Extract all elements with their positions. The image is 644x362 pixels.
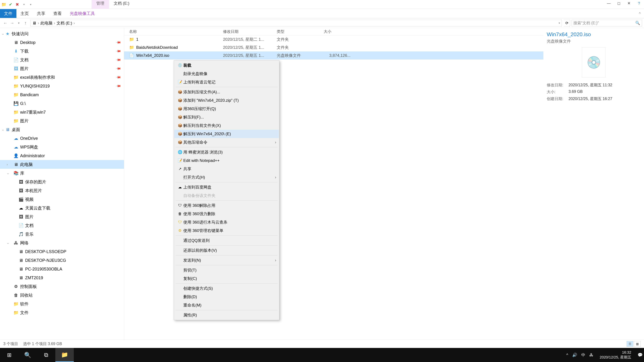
nav-recent-icon[interactable]: ▾ xyxy=(16,20,22,26)
tray-network-icon[interactable]: 🖧 xyxy=(589,353,593,357)
tree-item[interactable]: ⌄📚库 xyxy=(0,169,124,177)
tree-item[interactable]: 📄文档📌 xyxy=(0,55,124,64)
taskbar-clock[interactable]: 16:32 2020/12/25, 星期五 xyxy=(598,350,634,360)
menu-item[interactable]: 删除(D) xyxy=(174,293,279,301)
breadcrumb[interactable]: 🖥 › 此电脑 › 文档 (E:) › ▾ xyxy=(30,20,562,26)
tree-item[interactable]: 🖼图片 xyxy=(0,212,124,221)
menu-item[interactable]: 创建快捷方式(S) xyxy=(174,284,279,293)
tray-volume-icon[interactable]: 🔊 xyxy=(572,353,577,357)
ribbon-tab-tools[interactable]: 光盘映像工具 xyxy=(66,9,99,18)
tree-item[interactable]: ›🖥此电脑 xyxy=(0,160,124,169)
breadcrumb-dropdown-icon[interactable]: ▾ xyxy=(559,21,560,25)
minimize-button[interactable]: — xyxy=(604,0,614,7)
menu-item[interactable]: 还原以前的版本(V) xyxy=(174,246,279,255)
context-menu[interactable]: 💿装载刻录光盘映像📝上传到有道云笔记📦添加到压缩文件(A)...📦添加到 "Wi… xyxy=(174,60,280,320)
tree-item[interactable]: ⌄🖥桌面 xyxy=(0,125,124,134)
tray-notifications-icon[interactable]: 💬 xyxy=(638,353,643,357)
menu-item[interactable]: 属性(R) xyxy=(174,311,279,319)
nav-tree[interactable]: ⌄★快速访问🖥Desktop📌⬇下载📌📄文档📌🖼图片📌📁excel表格制作求和📌… xyxy=(0,28,124,340)
ribbon-tab-file[interactable]: 文件 xyxy=(0,9,16,18)
qat-check-icon[interactable]: ✔ xyxy=(8,2,14,7)
menu-item[interactable]: 📦添加到 "Win7x64_2020.zip" (T) xyxy=(174,96,279,105)
file-row[interactable]: 📁BaiduNetdiskDownload2020/12/25, 星期五 1..… xyxy=(124,43,544,51)
file-row[interactable]: 📁12020/12/15, 星期二 1...文件夹 xyxy=(124,35,544,43)
tree-item[interactable]: 🎵音乐 xyxy=(0,230,124,239)
ribbon-expand-icon[interactable]: ^ xyxy=(639,11,644,16)
menu-item[interactable]: 通过QQ发送到 xyxy=(174,236,279,245)
tree-item[interactable]: ⌄★快速访问 xyxy=(0,29,124,38)
view-icons-button[interactable]: ▦ xyxy=(634,341,641,347)
nav-forward-button[interactable]: → xyxy=(9,20,16,26)
qat-close-icon[interactable]: ✖ xyxy=(14,2,20,7)
menu-item[interactable]: 复制(C) xyxy=(174,274,279,283)
ribbon-tab-share[interactable]: 共享 xyxy=(33,9,49,18)
breadcrumb-seg-0[interactable]: 此电脑 xyxy=(40,20,52,26)
menu-item[interactable]: 重命名(M) xyxy=(174,301,279,309)
menu-item[interactable]: ↗共享 xyxy=(174,165,279,173)
tree-item[interactable]: ⚙控制面板 xyxy=(0,282,124,291)
menu-item[interactable]: 📦解压到当前文件夹(X) xyxy=(174,121,279,130)
menu-item[interactable]: ⚙使用 360管理右键菜单 xyxy=(174,226,279,235)
tree-item[interactable]: 📁图片 xyxy=(0,116,124,125)
tree-item[interactable]: 📁excel表格制作求和📌 xyxy=(0,73,124,82)
menu-item[interactable]: 📝上传到有道云笔记 xyxy=(174,78,279,86)
menu-item[interactable]: 🛡使用 360进行木马云查杀 xyxy=(174,218,279,226)
menu-item[interactable]: 刻录光盘映像 xyxy=(174,69,279,78)
menu-item[interactable]: 🌐用 蜂蜜浏览器 浏览(3) xyxy=(174,148,279,156)
nav-up-button[interactable]: ↑ xyxy=(22,20,29,26)
tree-item[interactable]: 📁YUNQISHI2019📌 xyxy=(0,82,124,90)
menu-item[interactable]: 📦解压到 Win7x64_2020\ (E) xyxy=(174,130,279,138)
menu-item[interactable]: ☁上传到百度网盘 xyxy=(174,183,279,191)
tree-item[interactable]: 📁win7重装win7 xyxy=(0,108,124,116)
tray-chevron-icon[interactable]: ^ xyxy=(566,353,568,357)
menu-item[interactable]: 📦用360压缩打开(Q) xyxy=(174,105,279,113)
menu-item[interactable]: 💿装载 xyxy=(174,61,279,69)
tree-item[interactable]: 💾G:\ xyxy=(0,99,124,108)
tree-item[interactable]: 🖼保存的图片 xyxy=(0,177,124,186)
tree-item[interactable]: 🗑回收站 xyxy=(0,291,124,300)
menu-item[interactable]: 🛡使用 360解除占用 xyxy=(174,201,279,210)
maximize-button[interactable]: ◻ xyxy=(614,0,624,7)
menu-item[interactable]: 打开方式(H)› xyxy=(174,173,279,182)
tray-ime-icon[interactable]: 中 xyxy=(581,352,585,358)
tree-item[interactable]: ☁OneDrive xyxy=(0,134,124,143)
tree-item[interactable]: ☁WPS网盘 xyxy=(0,143,124,151)
tree-item[interactable]: 🖥PC-20190530OBLA xyxy=(0,265,124,273)
col-name[interactable]: 名称 xyxy=(124,29,223,34)
menu-item[interactable]: 📝Edit with Notepad++ xyxy=(174,156,279,165)
taskview-search-button[interactable]: 🔍 xyxy=(18,348,37,362)
taskbar[interactable]: ⊞ 🔍 ⧉ 📁 ^ 🔊 中 🖧 16:32 2020/12/25, 星期五 💬 xyxy=(0,348,644,362)
tree-item[interactable]: 🎬视频 xyxy=(0,195,124,204)
breadcrumb-seg-1[interactable]: 文档 (E:) xyxy=(56,20,72,26)
tree-item[interactable]: ⬇下载📌 xyxy=(0,47,124,55)
tree-item[interactable]: 🖥DESKTOP-NJEU3CG xyxy=(0,256,124,265)
tree-item[interactable]: 📁软件 xyxy=(0,300,124,308)
menu-item[interactable]: 发送到(N)› xyxy=(174,256,279,265)
ribbon-tab-home[interactable]: 主页 xyxy=(16,9,33,18)
menu-item[interactable]: 📦其他压缩命令› xyxy=(174,138,279,146)
tree-item[interactable]: 🖼本机照片 xyxy=(0,186,124,195)
tree-item[interactable]: 👤Administrator xyxy=(0,151,124,160)
file-row[interactable]: 📄Win7x64_2020.iso2020/12/25, 星期五 1...光盘映… xyxy=(124,51,544,59)
ribbon-tab-view[interactable]: 查看 xyxy=(49,9,66,18)
taskview-button[interactable]: ⧉ xyxy=(37,348,55,362)
tree-item[interactable]: 🖥Desktop📌 xyxy=(0,38,124,47)
qat-dropdown-icon[interactable]: ▾ xyxy=(21,2,27,7)
tree-item[interactable]: 🖥ZMT2019 xyxy=(0,273,124,282)
start-button[interactable]: ⊞ xyxy=(0,348,18,362)
tree-item[interactable]: 📁Bandicam xyxy=(0,90,124,99)
help-button[interactable]: ? xyxy=(634,0,644,7)
refresh-button[interactable]: ⟳ xyxy=(564,20,570,26)
col-date[interactable]: 修改日期 xyxy=(223,29,277,34)
tree-item[interactable]: ⌄🖧网络 xyxy=(0,239,124,247)
nav-back-button[interactable]: ← xyxy=(2,20,9,26)
column-headers[interactable]: 名称 修改日期 类型 大小 xyxy=(124,28,544,35)
menu-item[interactable]: 剪切(T) xyxy=(174,266,279,274)
menu-item[interactable]: 📦添加到压缩文件(A)... xyxy=(174,88,279,96)
tree-item[interactable]: 📁文件 xyxy=(0,308,124,317)
menu-item[interactable]: 📦解压到(F)... xyxy=(174,113,279,121)
system-tray[interactable]: ^ 🔊 中 🖧 16:32 2020/12/25, 星期五 💬 xyxy=(566,350,644,360)
menu-item[interactable]: 🗑使用 360强力删除 xyxy=(174,210,279,218)
qat-overflow-icon[interactable]: ▼ xyxy=(28,2,34,7)
tree-item[interactable]: 🖥DESKTOP-LSSOEDP xyxy=(0,247,124,256)
